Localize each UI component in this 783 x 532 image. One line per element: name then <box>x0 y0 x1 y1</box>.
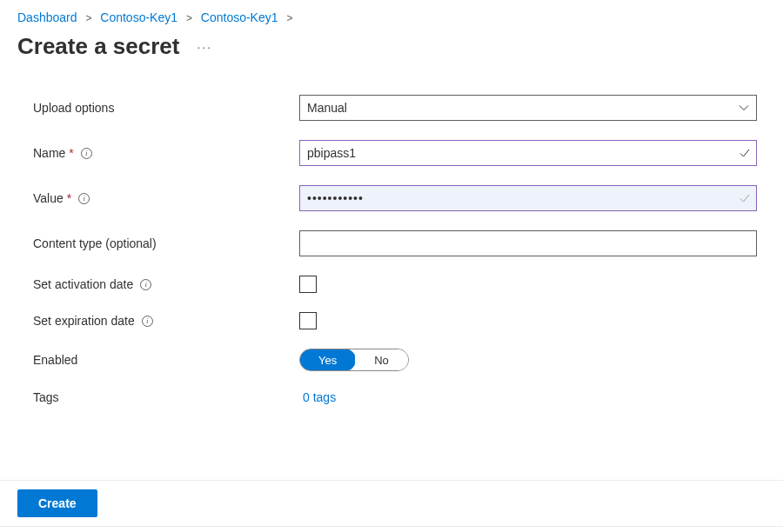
check-icon <box>739 147 751 159</box>
chevron-right-icon: > <box>286 12 292 24</box>
info-icon[interactable]: i <box>78 193 90 204</box>
page-header: Create a secret ··· <box>0 28 783 95</box>
content-type-input[interactable] <box>307 236 728 250</box>
content-type-input-wrap <box>299 230 757 256</box>
row-upload-options: Upload options Manual <box>33 95 757 121</box>
enabled-yes[interactable]: Yes <box>299 349 356 371</box>
row-enabled: Enabled Yes No <box>33 349 757 371</box>
tags-link[interactable]: 0 tags <box>299 390 336 404</box>
breadcrumb-keyvault-2[interactable]: Contoso-Key1 <box>201 10 278 24</box>
label-content-type: Content type (optional) <box>33 236 157 250</box>
breadcrumb: Dashboard > Contoso-Key1 > Contoso-Key1 … <box>0 0 783 28</box>
label-enabled: Enabled <box>33 353 77 367</box>
row-activation-date: Set activation date i <box>33 276 757 293</box>
info-icon[interactable]: i <box>140 279 151 290</box>
enabled-no[interactable]: No <box>355 349 408 370</box>
breadcrumb-keyvault-1[interactable]: Contoso-Key1 <box>100 10 177 24</box>
label-expiration-date: Set expiration date <box>33 314 135 328</box>
chevron-right-icon: > <box>85 12 91 24</box>
row-tags: Tags 0 tags <box>33 390 757 404</box>
value-input-wrap <box>299 185 757 211</box>
label-tags: Tags <box>33 390 59 404</box>
chevron-right-icon: > <box>186 12 192 24</box>
label-upload-options: Upload options <box>33 101 114 115</box>
row-value: Value * i <box>33 185 757 211</box>
breadcrumb-dashboard[interactable]: Dashboard <box>17 10 77 24</box>
value-input[interactable] <box>307 191 728 205</box>
upload-options-value: Manual <box>307 101 347 115</box>
label-activation-date: Set activation date <box>33 277 133 291</box>
row-expiration-date: Set expiration date i <box>33 312 757 329</box>
name-input[interactable] <box>307 146 728 160</box>
create-button[interactable]: Create <box>17 489 97 517</box>
chevron-down-icon <box>739 103 749 113</box>
activation-date-checkbox[interactable] <box>299 276 317 293</box>
upload-options-select[interactable]: Manual <box>299 95 757 121</box>
required-indicator: * <box>69 146 73 160</box>
page-title: Create a secret <box>17 33 179 60</box>
check-icon <box>739 192 751 204</box>
label-value: Value <box>33 191 64 205</box>
enabled-toggle: Yes No <box>299 349 409 371</box>
info-icon[interactable]: i <box>81 148 92 159</box>
name-input-wrap <box>299 140 757 166</box>
expiration-date-checkbox[interactable] <box>299 312 317 329</box>
create-secret-form: Upload options Manual Name * i <box>0 95 783 404</box>
row-content-type: Content type (optional) <box>33 230 757 256</box>
more-icon[interactable]: ··· <box>195 38 214 56</box>
required-indicator: * <box>67 191 71 205</box>
label-name: Name <box>33 146 65 160</box>
row-name: Name * i <box>33 140 757 166</box>
info-icon[interactable]: i <box>142 316 153 327</box>
footer-bar: Create <box>0 480 783 527</box>
